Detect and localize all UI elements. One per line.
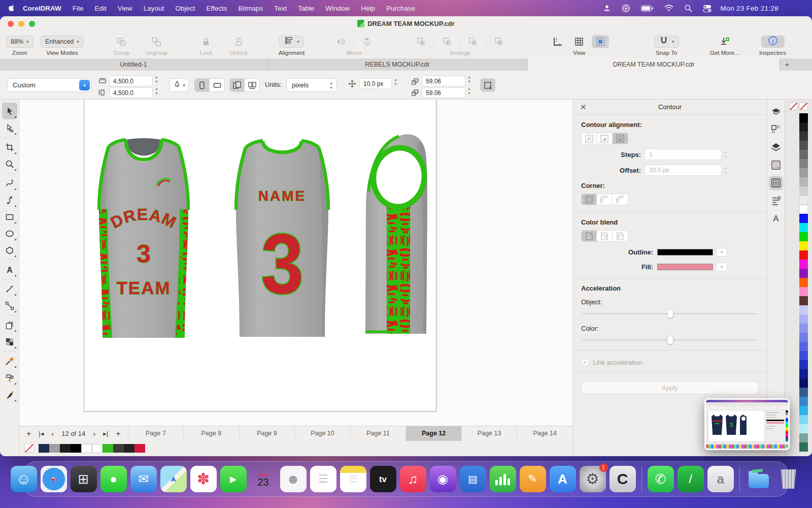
palette-color-swatch[interactable]: [799, 241, 808, 250]
page-width-input[interactable]: [109, 76, 153, 86]
add-page-end-button[interactable]: +: [116, 429, 120, 438]
menu-item-help[interactable]: Help: [355, 5, 381, 12]
contacts-dock-icon[interactable]: ☻: [280, 466, 307, 492]
fill-color-swatch[interactable]: [657, 264, 713, 270]
appstore-dock-icon[interactable]: A: [550, 466, 576, 492]
counterclockwise-blend-button[interactable]: [613, 230, 628, 242]
outline-color-dropdown[interactable]: ▾: [716, 248, 727, 257]
eyedropper-tool[interactable]: [2, 353, 17, 369]
connector-tool[interactable]: [2, 297, 17, 314]
menu-item-layout[interactable]: Layout: [138, 5, 170, 12]
alignment-dropdown[interactable]: ▾: [279, 36, 304, 48]
facetime-dock-icon[interactable]: ▶: [220, 466, 247, 492]
palette-color-swatch[interactable]: [799, 186, 808, 196]
palette-color-swatch[interactable]: [799, 314, 808, 324]
transform-inspector-icon[interactable]: [769, 122, 783, 137]
clockwise-blend-button[interactable]: [597, 230, 613, 242]
palette-color-swatch[interactable]: [799, 388, 808, 397]
add-page-start-button[interactable]: +: [26, 429, 31, 438]
menu-item-purchase[interactable]: Purchase: [381, 5, 421, 12]
menu-item-effects[interactable]: Effects: [200, 5, 232, 12]
numbers-dock-icon[interactable]: [490, 466, 516, 492]
ellipse-tool[interactable]: [2, 225, 17, 242]
document-color-swatch[interactable]: [71, 444, 81, 453]
palette-color-swatch[interactable]: [799, 397, 808, 406]
photos-dock-icon[interactable]: ✽: [190, 466, 217, 492]
page-tab-page-12[interactable]: Page 12: [405, 426, 461, 441]
to-back-button[interactable]: [438, 35, 456, 48]
palette-color-swatch[interactable]: [799, 378, 808, 388]
palette-color-swatch[interactable]: [799, 424, 808, 433]
all-pages-view-button[interactable]: [229, 78, 245, 92]
text-tool[interactable]: A: [2, 261, 17, 278]
color-slider-thumb[interactable]: [667, 336, 673, 344]
palette-color-swatch[interactable]: [799, 287, 808, 296]
to-front-button[interactable]: [413, 35, 430, 48]
document-tab-3[interactable]: DREAM TEAM MOCKUP.cdr: [528, 58, 780, 71]
palette-color-swatch[interactable]: [799, 415, 808, 424]
wifi-icon[interactable]: [664, 5, 673, 12]
portrait-orientation-button[interactable]: [194, 78, 210, 92]
trash-dock-icon[interactable]: [775, 466, 802, 492]
document-color-swatch[interactable]: [49, 444, 60, 453]
palette-color-swatch[interactable]: [799, 196, 808, 205]
control-center-icon[interactable]: [703, 4, 712, 13]
jersey-back-view[interactable]: NAME 3: [224, 135, 340, 344]
no-fill-swatch[interactable]: [799, 103, 808, 110]
reminders-dock-icon[interactable]: ☰: [310, 466, 336, 492]
settings-dock-icon[interactable]: ⚙1: [580, 466, 606, 492]
document-color-swatch[interactable]: [39, 444, 49, 453]
smear-tool[interactable]: [2, 386, 17, 403]
palette-color-swatch[interactable]: [799, 342, 808, 351]
first-page-button[interactable]: |◂: [39, 430, 44, 437]
pick-tool[interactable]: [2, 103, 17, 119]
duplicate-x-input[interactable]: [422, 76, 465, 86]
mirror-horizontal-button[interactable]: [332, 35, 350, 48]
palette-color-swatch[interactable]: [799, 269, 808, 278]
palette-color-swatch[interactable]: [799, 168, 808, 177]
mail-dock-icon[interactable]: ✉: [130, 466, 157, 492]
landscape-orientation-button[interactable]: [210, 78, 225, 92]
object-acceleration-slider[interactable]: [582, 313, 758, 314]
link-acceleration-checkbox[interactable]: ✓: [581, 359, 589, 366]
jersey-side-view[interactable]: [352, 129, 434, 340]
palette-color-swatch[interactable]: [799, 132, 808, 141]
polygon-tool[interactable]: [2, 242, 17, 259]
apply-button[interactable]: Apply: [581, 381, 759, 394]
palette-color-swatch[interactable]: [799, 223, 808, 232]
menu-item-text[interactable]: Text: [268, 5, 292, 12]
page-height-input[interactable]: [109, 87, 153, 98]
group-button[interactable]: [113, 35, 130, 48]
palette-color-swatch[interactable]: [799, 250, 808, 260]
palette-color-swatch[interactable]: [799, 406, 808, 415]
menu-item-object[interactable]: Object: [170, 5, 200, 12]
drawing-canvas[interactable]: DREAM 3 TEAM NAME: [19, 100, 572, 426]
inspectors-toggle-button[interactable]: i: [761, 36, 785, 48]
menu-item-coreldraw[interactable]: CorelDRAW: [17, 5, 67, 12]
inside-contour-button[interactable]: [597, 133, 613, 144]
page-tab-page-9[interactable]: Page 9: [239, 426, 295, 441]
previous-page-button[interactable]: ‹: [51, 429, 54, 438]
document-tab-2[interactable]: REBELS MOCKUP.cdr: [267, 58, 528, 71]
notes-dock-icon[interactable]: ☰: [340, 466, 366, 492]
page-tab-page-10[interactable]: Page 10: [294, 426, 350, 441]
rulers-toggle-button[interactable]: [549, 35, 566, 48]
close-inspector-button[interactable]: ✕: [580, 103, 587, 112]
palette-color-swatch[interactable]: [799, 159, 808, 168]
appletv-dock-icon[interactable]: tv: [370, 466, 396, 492]
palette-color-swatch[interactable]: [799, 369, 808, 378]
new-document-tab-button[interactable]: +: [780, 58, 794, 71]
no-color-swatch[interactable]: [24, 444, 34, 453]
page-tab-page-11[interactable]: Page 11: [350, 426, 406, 441]
battery-icon[interactable]: [641, 5, 654, 12]
menu-clock[interactable]: Mon 23 Feb 21:28: [721, 5, 779, 12]
linear-blend-button[interactable]: [581, 230, 597, 242]
palette-color-swatch[interactable]: [799, 351, 808, 360]
unlock-button[interactable]: [230, 35, 248, 48]
palette-color-swatch[interactable]: [799, 113, 808, 122]
back-one-button[interactable]: [490, 35, 507, 48]
outside-contour-button[interactable]: [613, 133, 628, 144]
rectangle-tool[interactable]: [2, 208, 17, 225]
palette-color-swatch[interactable]: [799, 214, 808, 223]
page-tab-page-7[interactable]: Page 7: [128, 426, 184, 441]
